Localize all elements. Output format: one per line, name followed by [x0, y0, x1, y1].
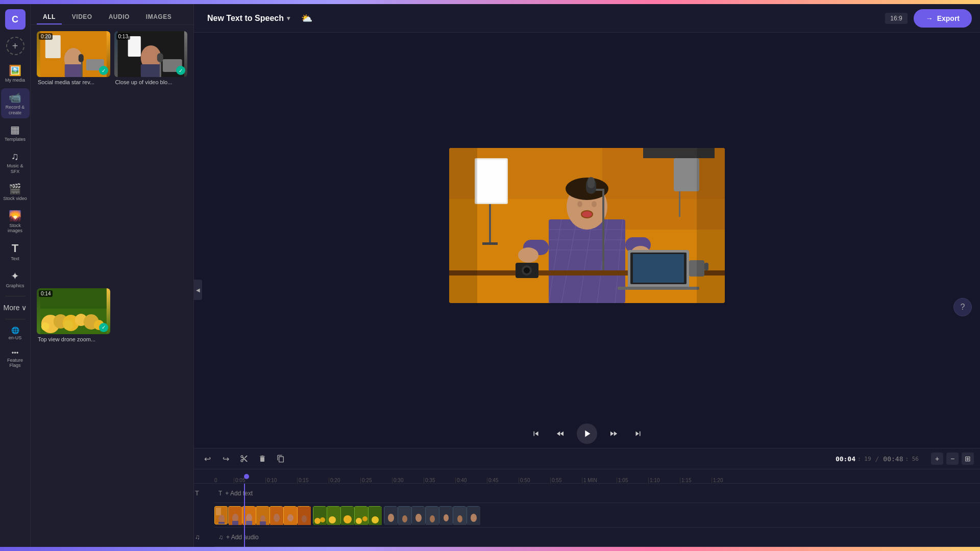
svg-point-54 [518, 247, 538, 263]
svg-point-97 [344, 515, 352, 523]
add-audio-button[interactable]: ♫ + Add audio [214, 532, 263, 543]
play-button[interactable] [577, 423, 597, 444]
timeline-ruler[interactable]: 0 0:05 0:10 0:15 0:20 0:25 0:30 0:35 0:4… [194, 469, 980, 484]
svg-rect-14 [157, 53, 163, 62]
cut-button[interactable] [237, 452, 251, 466]
svg-point-106 [402, 515, 407, 522]
sidebar-item-stock-images[interactable]: 🌄 Stock images [1, 207, 30, 237]
top-gradient-bar [0, 0, 980, 4]
svg-point-77 [232, 514, 238, 522]
skip-to-start-button[interactable] [528, 425, 544, 442]
rewind-button[interactable] [552, 425, 569, 442]
svg-point-83 [260, 515, 265, 522]
app-logo[interactable]: C [5, 9, 26, 30]
video-clip-segment[interactable] [327, 506, 340, 524]
undo-button[interactable]: ↩ [200, 452, 214, 466]
copy-button[interactable] [274, 452, 288, 466]
sidebar-item-templates[interactable]: ▦ Templates [1, 120, 30, 145]
video-clip-segment[interactable] [228, 506, 241, 524]
video-clip-segment[interactable] [411, 506, 425, 524]
zoom-add-button[interactable]: + [931, 453, 943, 465]
skip-to-end-button[interactable] [630, 425, 646, 442]
zoom-subtract-button[interactable]: − [946, 453, 959, 465]
collapse-panel-button[interactable]: ◀ [194, 280, 202, 300]
media-duration: 0:13 [116, 33, 130, 40]
video-clip-segment[interactable] [340, 506, 354, 524]
video-clip-segment[interactable] [453, 506, 466, 524]
sidebar-item-label: My media [5, 78, 25, 83]
video-clip-segment[interactable] [313, 506, 326, 524]
video-clip-segment[interactable] [368, 506, 381, 524]
video-clip-segment[interactable] [439, 506, 452, 524]
sidebar-item-record[interactable]: 📹 Record & create [1, 88, 30, 119]
aspect-ratio-badge: 16:9 [885, 13, 907, 24]
media-item[interactable]: 0:20 ✓ Social media star rev... [37, 31, 110, 284]
cloud-save-icon[interactable]: ⛅ [301, 13, 312, 24]
svg-rect-5 [79, 54, 84, 62]
tab-images[interactable]: IMAGES [140, 10, 178, 24]
add-media-button[interactable]: + [6, 37, 24, 55]
video-clip-segment[interactable] [297, 506, 310, 524]
video-clip-segment[interactable] [214, 506, 228, 524]
project-name-text: New Text to Speech [207, 14, 284, 23]
export-label: Export [937, 14, 960, 22]
svg-rect-73 [216, 508, 221, 515]
help-button[interactable]: ? [953, 298, 972, 316]
video-clip-segment[interactable] [283, 506, 297, 524]
sidebar-item-music[interactable]: ♫ Music & SFX [1, 147, 30, 178]
bottom-gradient-bar [0, 547, 980, 551]
redo-button[interactable]: ↪ [218, 452, 233, 466]
ruler-mark-1min: 1 MIN [582, 478, 617, 483]
video-clip-segment[interactable] [384, 506, 397, 524]
templates-icon: ▦ [10, 123, 20, 136]
video-preview [449, 148, 725, 303]
media-tabs: ALL VIDEO AUDIO IMAGES [31, 4, 193, 25]
sidebar-item-more[interactable]: More ∨ [1, 300, 30, 315]
playhead-line [244, 484, 245, 547]
svg-rect-32 [489, 204, 491, 245]
video-clip-segment[interactable] [467, 506, 480, 524]
sidebar-item-label: Text [11, 256, 19, 262]
media-label: Close up of video blo... [114, 77, 188, 85]
sidebar-item-graphics[interactable]: ✦ Graphics [1, 267, 30, 292]
fast-forward-button[interactable] [605, 425, 622, 442]
sidebar-divider [5, 296, 26, 296]
svg-point-25 [63, 320, 74, 330]
sidebar-item-stock-video[interactable]: 🎬 Stock video [1, 180, 30, 205]
export-button[interactable]: → Export [914, 9, 972, 28]
sidebar-item-language[interactable]: 🌐 en-US [1, 323, 30, 344]
media-label: Top view drone zoom... [37, 334, 110, 342]
tab-all[interactable]: ALL [37, 10, 62, 24]
svg-point-90 [302, 515, 307, 522]
sidebar-item-my-media[interactable]: 🖼️ My media [1, 61, 30, 86]
ruler-mark-040: 0:40 [455, 478, 487, 483]
zoom-fit-button[interactable]: ⊞ [962, 453, 974, 465]
sidebar-item-label: Music & SFX [3, 163, 28, 174]
svg-point-65 [524, 267, 530, 273]
sidebar-item-text[interactable]: T Text [1, 239, 30, 265]
svg-point-51 [582, 211, 592, 217]
media-item[interactable]: 0:13 ✓ Close up of video blo... [114, 31, 188, 284]
sidebar-item-feature-flags[interactable]: ••• Feature Flags [1, 346, 30, 372]
project-name-button[interactable]: New Text to Speech ▾ [202, 11, 295, 26]
tab-audio[interactable]: AUDIO [103, 10, 136, 24]
tab-video[interactable]: VIDEO [66, 10, 99, 24]
video-clip-segment[interactable] [398, 506, 411, 524]
svg-point-95 [329, 516, 336, 523]
video-clip-segment[interactable] [270, 506, 283, 524]
svg-rect-3 [65, 64, 82, 77]
ruler-mark-025: 0:25 [360, 478, 392, 483]
video-clip-segment[interactable] [256, 506, 269, 524]
media-item[interactable]: 0:14 ✓ Top view drone zoom... [37, 288, 110, 541]
video-clip-segment[interactable] [354, 506, 368, 524]
svg-point-88 [287, 514, 293, 521]
audio-track-row: ♫ ♫ + Add audio [214, 528, 980, 547]
graphics-icon: ✦ [11, 270, 19, 282]
video-clip-segment[interactable] [425, 506, 438, 524]
media-thumbnail: 0:14 ✓ [37, 288, 110, 334]
add-text-button[interactable]: T + Add text [214, 488, 257, 499]
playhead-indicator[interactable] [244, 474, 249, 479]
delete-button[interactable] [255, 452, 270, 466]
media-thumbnail: 0:20 ✓ [37, 31, 110, 77]
feature-flags-icon: ••• [12, 349, 19, 357]
